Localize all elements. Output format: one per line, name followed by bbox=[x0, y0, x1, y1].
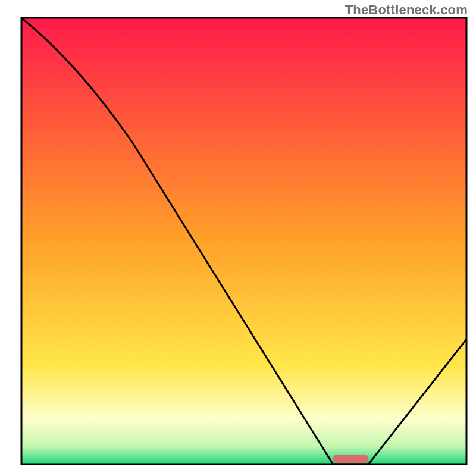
optimum-marker bbox=[333, 455, 369, 463]
chart-svg bbox=[0, 0, 476, 476]
chart-container: TheBottleneck.com bbox=[0, 0, 476, 476]
